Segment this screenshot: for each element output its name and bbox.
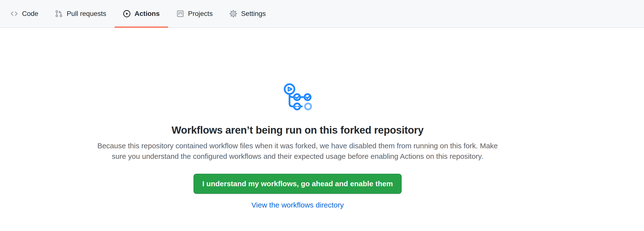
git-pull-request-icon xyxy=(55,10,63,18)
repo-tab-nav: Code Pull requests Actions xyxy=(0,0,644,28)
view-workflows-directory-link[interactable]: View the workflows directory xyxy=(252,201,344,209)
play-circle-icon xyxy=(123,10,131,18)
workflow-graphic-icon xyxy=(283,83,312,111)
active-tab-indicator xyxy=(114,27,168,28)
tab-label: Projects xyxy=(188,10,213,17)
empty-state-heading: Workflows aren’t being run on this forke… xyxy=(0,124,595,137)
empty-state-description: Because this repository contained workfl… xyxy=(95,140,500,161)
tab-pull-requests[interactable]: Pull requests xyxy=(47,0,114,28)
tab-projects[interactable]: Projects xyxy=(168,0,221,28)
enable-workflows-button[interactable]: I understand my workflows, go ahead and … xyxy=(194,174,402,194)
tab-settings[interactable]: Settings xyxy=(221,0,274,28)
actions-empty-state: Workflows aren’t being run on this forke… xyxy=(0,28,595,209)
tab-label: Pull requests xyxy=(67,10,106,17)
tab-actions[interactable]: Actions xyxy=(114,0,168,28)
tab-code[interactable]: Code xyxy=(2,0,47,28)
tab-label: Actions xyxy=(134,10,160,17)
gear-icon xyxy=(230,10,237,18)
tab-label: Code xyxy=(22,10,38,17)
project-icon xyxy=(176,10,184,18)
code-icon xyxy=(10,10,18,18)
tab-label: Settings xyxy=(241,10,266,17)
